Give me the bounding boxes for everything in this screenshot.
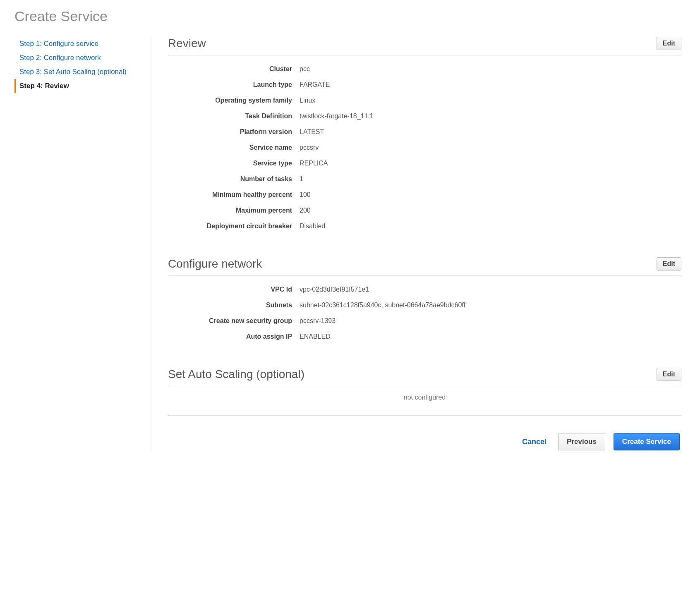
kv-value: pccsrv	[300, 144, 319, 151]
page-title: Create Service	[14, 8, 686, 24]
kv-value: pccsrv-1393	[300, 317, 336, 325]
kv-label: Service type	[168, 160, 300, 167]
kv-label: Cluster	[168, 65, 300, 73]
kv-label: Minimum healthy percent	[168, 191, 300, 199]
kv-value: pcc	[300, 65, 310, 73]
kv-row-service-type: Service type REPLICA	[168, 156, 681, 171]
kv-label: Subnets	[168, 302, 300, 309]
kv-label: Create new security group	[168, 317, 300, 325]
review-title: Review	[168, 37, 206, 50]
kv-value: 200	[300, 207, 311, 214]
kv-row-service-name: Service name pccsrv	[168, 140, 681, 156]
kv-value: ENABLED	[300, 333, 331, 340]
kv-row-cluster: Cluster pcc	[168, 61, 681, 77]
configure-network-title: Configure network	[168, 257, 262, 270]
footer-divider	[168, 415, 681, 416]
wizard-steps-sidebar: Step 1: Configure service Step 2: Config…	[14, 37, 143, 450]
previous-button[interactable]: Previous	[558, 433, 605, 450]
kv-label: Task Definition	[168, 113, 300, 120]
kv-row-launch-type: Launch type FARGATE	[168, 77, 681, 93]
kv-value: LATEST	[300, 128, 324, 136]
kv-row-platform-version: Platform version LATEST	[168, 124, 681, 140]
kv-value: 100	[300, 191, 311, 199]
review-section: Review Edit Cluster pcc Launch type FARG…	[168, 37, 681, 234]
kv-row-deployment-circuit-breaker: Deployment circuit breaker Disabled	[168, 218, 681, 234]
auto-scaling-title: Set Auto Scaling (optional)	[168, 368, 304, 381]
kv-row-subnets: Subnets subnet-02c361c128f5a940c, subnet…	[168, 297, 681, 313]
kv-row-minimum-healthy-percent: Minimum healthy percent 100	[168, 187, 681, 203]
kv-label: Maximum percent	[168, 207, 300, 214]
edit-network-button[interactable]: Edit	[657, 257, 681, 270]
kv-label: Service name	[168, 144, 300, 151]
kv-value: Linux	[300, 97, 315, 104]
step-4-review[interactable]: Step 4: Review	[14, 79, 143, 93]
kv-label: Auto assign IP	[168, 333, 300, 340]
kv-value: 1	[300, 175, 303, 183]
kv-value: REPLICA	[300, 160, 328, 167]
kv-label: Number of tasks	[168, 175, 300, 183]
auto-scaling-not-configured: not configured	[168, 394, 681, 401]
step-1-configure-service[interactable]: Step 1: Configure service	[14, 37, 143, 51]
kv-row-number-of-tasks: Number of tasks 1	[168, 171, 681, 187]
edit-auto-scaling-button[interactable]: Edit	[657, 368, 681, 381]
cancel-button[interactable]: Cancel	[522, 438, 547, 446]
kv-value: vpc-02d3df3ef91f571e1	[300, 286, 369, 293]
step-label: Step 4: Review	[19, 82, 69, 90]
kv-label: Operating system family	[168, 97, 300, 104]
footer-actions: Cancel Previous Create Service	[168, 433, 681, 450]
kv-row-os-family: Operating system family Linux	[168, 93, 681, 108]
step-2-configure-network[interactable]: Step 2: Configure network	[14, 51, 143, 65]
kv-row-auto-assign-ip: Auto assign IP ENABLED	[168, 329, 681, 345]
edit-review-button[interactable]: Edit	[657, 37, 681, 50]
kv-label: Platform version	[168, 128, 300, 136]
step-link[interactable]: Step 1: Configure service	[19, 40, 98, 48]
create-service-button[interactable]: Create Service	[614, 433, 680, 450]
kv-row-maximum-percent: Maximum percent 200	[168, 203, 681, 218]
kv-label: Launch type	[168, 81, 300, 89]
step-link[interactable]: Step 2: Configure network	[19, 54, 101, 62]
kv-label: VPC Id	[168, 286, 300, 293]
auto-scaling-section: Set Auto Scaling (optional) Edit not con…	[168, 368, 681, 401]
kv-value: subnet-02c361c128f5a940c, subnet-0664a78…	[300, 302, 465, 309]
kv-value: FARGATE	[300, 81, 330, 89]
configure-network-section: Configure network Edit VPC Id vpc-02d3df…	[168, 257, 681, 345]
kv-row-security-group: Create new security group pccsrv-1393	[168, 313, 681, 329]
kv-value: Disabled	[300, 223, 325, 230]
kv-label: Deployment circuit breaker	[168, 223, 300, 230]
step-3-set-auto-scaling[interactable]: Step 3: Set Auto Scaling (optional)	[14, 65, 143, 79]
kv-row-task-definition: Task Definition twistlock-fargate-18_11:…	[168, 108, 681, 124]
kv-value: twistlock-fargate-18_11:1	[300, 113, 374, 120]
step-link[interactable]: Step 3: Set Auto Scaling (optional)	[19, 68, 127, 76]
kv-row-vpc-id: VPC Id vpc-02d3df3ef91f571e1	[168, 282, 681, 297]
